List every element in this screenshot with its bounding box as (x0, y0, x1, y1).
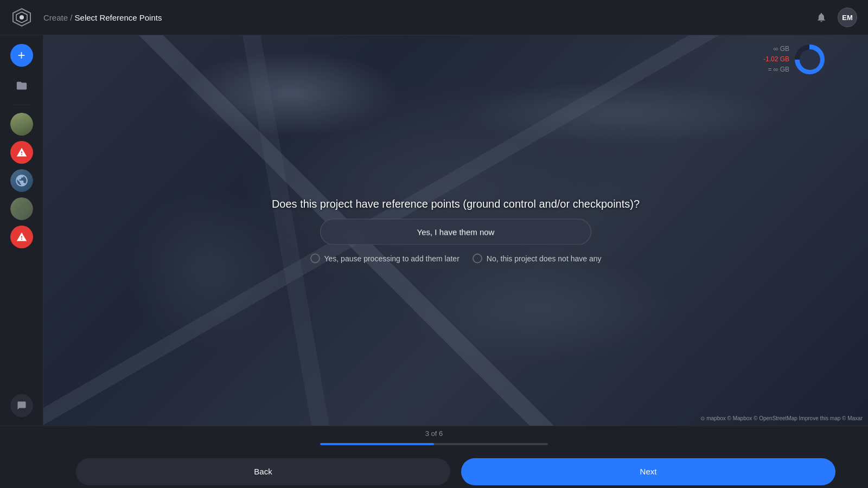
sidebar-bottom (10, 394, 33, 417)
radio-pause-processing[interactable]: Yes, pause processing to add them later (310, 254, 459, 264)
progress-bar-fill (320, 443, 434, 445)
map-background: ∞ GB -1.02 GB = ∞ GB Does this project h… (43, 35, 868, 426)
map-attribution: ⊙ mapbox © Mapbox © OpenStreetMap Improv… (700, 415, 863, 421)
topbar: Create / Select Reference Points EM (0, 0, 868, 35)
storage-chart (795, 44, 825, 74)
sidebar-divider (12, 105, 31, 105)
radio-circle-no (473, 254, 482, 264)
storage-indicator: ∞ GB -1.02 GB = ∞ GB (763, 44, 825, 75)
dialog-radio-group: Yes, pause processing to add them later … (310, 254, 602, 264)
svg-point-2 (20, 15, 24, 20)
breadcrumb-active: Select Reference Points (75, 13, 162, 22)
sidebar-item-project3[interactable] (10, 169, 33, 192)
radio-circle-pause (310, 254, 320, 264)
back-button[interactable]: Back (76, 458, 450, 485)
yes-have-now-button[interactable]: Yes, I have them now (320, 219, 591, 245)
breadcrumb: Create / Select Reference Points (43, 13, 162, 22)
sidebar-item-project4[interactable] (10, 197, 33, 220)
next-button[interactable]: Next (461, 458, 835, 485)
progress-bar-track (320, 443, 548, 445)
folder-button[interactable] (10, 74, 33, 97)
dialog-question: Does this project have reference points … (272, 198, 640, 210)
sidebar-item-project2-warning[interactable] (10, 141, 33, 164)
bottom-bar: 3 of 6 Back Next (0, 426, 868, 488)
mapbox-logo: ⊙ mapbox (700, 415, 725, 421)
chat-button[interactable] (10, 394, 33, 417)
dialog-overlay: Does this project have reference points … (266, 198, 646, 264)
map-container: ∞ GB -1.02 GB = ∞ GB Does this project h… (43, 35, 868, 426)
notifications-button[interactable] (812, 8, 831, 27)
storage-text: ∞ GB -1.02 GB = ∞ GB (763, 44, 789, 75)
bottom-buttons: Back Next (76, 458, 835, 485)
main-area: + (0, 35, 868, 426)
sidebar: + (0, 35, 43, 426)
storage-line3: = ∞ GB (763, 65, 789, 75)
sidebar-item-project1[interactable] (10, 113, 33, 136)
app-logo (11, 7, 33, 28)
storage-chart-inner (800, 49, 820, 70)
user-avatar[interactable]: EM (838, 8, 857, 27)
radio-no-points[interactable]: No, this project does not have any (473, 254, 602, 264)
add-project-button[interactable]: + (10, 44, 33, 67)
progress-label: 3 of 6 (425, 429, 443, 438)
breadcrumb-prefix: Create / (43, 13, 75, 22)
storage-line1: ∞ GB (763, 44, 789, 54)
sidebar-item-project5-warning[interactable] (10, 226, 33, 248)
storage-line2: -1.02 GB (763, 54, 789, 65)
